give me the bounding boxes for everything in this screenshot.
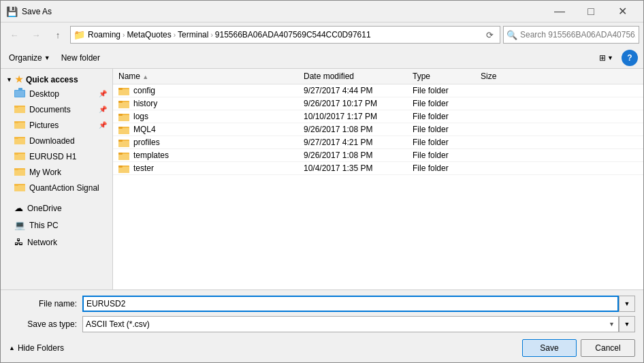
forward-button[interactable]: → [27,26,46,44]
view-chevron-icon: ▼ [607,54,613,61]
table-row[interactable]: tester 10/4/2017 1:35 PM File folder [113,162,643,175]
file-date-cell: 9/26/2017 1:08 PM [304,151,413,160]
sidebar-item-desktop[interactable]: Desktop 📌 [1,86,112,101]
col-header-type[interactable]: Type [413,72,481,81]
file-type-cell: File folder [413,86,481,95]
file-date-cell: 10/4/2017 1:35 PM [304,163,413,173]
file-date-cell: 10/10/2017 1:17 PM [304,112,413,121]
search-box[interactable]: 🔍 [503,26,639,44]
desktop-folder-icon [14,88,25,99]
cancel-button[interactable]: Cancel [581,339,635,357]
svg-rect-28 [118,115,129,121]
network-icon: 🖧 [14,237,23,247]
refresh-button[interactable]: ⟳ [482,27,497,42]
file-date-cell: 9/27/2017 4:44 PM [304,86,413,95]
sidebar-item-onedrive[interactable]: ☁ OneDrive [1,201,112,215]
savetype-select-wrapper: ASCII Text (*.csv) [82,316,619,332]
address-parts: Roaming › MetaQuotes › Terminal › 915566… [88,30,479,40]
sidebar-item-documents[interactable]: Documents 📌 [1,101,112,117]
back-button[interactable]: ← [5,26,24,44]
svg-rect-20 [14,184,18,186]
folder-icon [118,163,129,173]
file-name-text: logs [133,112,148,121]
svg-rect-23 [118,88,123,90]
downloaded-folder-icon [14,135,25,146]
filename-dropdown-arrow[interactable]: ▼ [619,296,635,312]
svg-rect-26 [118,101,123,103]
file-name-text: history [133,99,157,108]
minimize-button[interactable]: — [544,1,575,22]
file-type-cell: File folder [413,163,481,173]
close-button[interactable]: ✕ [607,1,638,22]
addr-chevron-3: › [208,31,214,39]
savetype-select[interactable]: ASCII Text (*.csv) [82,316,619,332]
hide-folders-button[interactable]: ▲ Hide Folders [9,343,64,353]
file-name-cell: MQL4 [113,125,304,134]
sort-asc-icon: ▲ [142,74,148,80]
pictures-folder-icon [14,119,25,131]
table-row[interactable]: MQL4 9/26/2017 1:08 PM File folder [113,123,643,136]
action-row: ▲ Hide Folders Save Cancel [9,336,635,357]
sidebar-item-my-work-label: My Work [29,168,61,177]
quantaction-folder-icon [14,182,25,193]
col-date-label: Date modified [304,72,354,81]
table-row[interactable]: logs 10/10/2017 1:17 PM File folder [113,110,643,123]
organize-button[interactable]: Organize ▼ [6,50,53,66]
sidebar-item-thispc[interactable]: 💻 This PC [1,218,112,232]
addr-chevron-2: › [172,31,178,39]
sidebar-item-my-work[interactable]: My Work [1,164,112,180]
maximize-button[interactable]: □ [575,1,607,22]
sidebar-item-eurusd[interactable]: EURUSD H1 [1,148,112,164]
save-button[interactable]: Save [522,339,577,357]
col-header-name[interactable]: Name ▲ [113,72,304,81]
svg-rect-14 [14,153,18,155]
svg-rect-17 [14,168,18,170]
table-row[interactable]: templates 9/26/2017 1:08 PM File folder [113,149,643,162]
file-date-cell: 9/26/2017 1:08 PM [304,125,413,134]
sidebar-item-network[interactable]: 🖧 Network [1,235,112,249]
table-row[interactable]: profiles 9/27/2017 4:21 PM File folder [113,136,643,149]
table-row[interactable]: config 9/27/2017 4:44 PM File folder [113,84,643,97]
file-area: Name ▲ Date modified Type Size [113,69,643,289]
sidebar-section-quick-access[interactable]: ▼ ★ Quick access [1,72,112,86]
sidebar-item-pictures[interactable]: Pictures 📌 [1,117,112,133]
sidebar-item-thispc-label: This PC [29,221,59,230]
sidebar-item-quantaction[interactable]: QuantAction Signal [1,180,112,195]
filename-input[interactable] [82,296,619,312]
up-button[interactable]: ↑ [48,26,67,44]
quick-access-star-icon: ★ [15,74,23,84]
addr-id: 915566BA06ADA407569C544CC0D97611 [215,30,371,40]
view-button[interactable]: ⊞ ▼ [596,50,616,66]
help-button[interactable]: ? [622,50,638,66]
new-folder-button[interactable]: New folder [59,50,103,66]
file-name-cell: logs [113,112,304,121]
hide-folders-label: Hide Folders [18,343,64,353]
svg-rect-11 [14,137,18,139]
savetype-row: Save as type: ASCII Text (*.csv) ▼ [9,316,635,332]
addr-terminal: Terminal [178,30,208,40]
chevron-up-icon: ▲ [9,345,15,351]
savetype-dropdown-arrow[interactable]: ▼ [619,316,635,332]
file-type-cell: File folder [413,151,481,160]
col-header-size[interactable]: Size [481,72,535,81]
view-icon: ⊞ [599,53,606,63]
documents-folder-icon [14,104,25,115]
window-title: Save As [22,7,544,16]
col-header-date[interactable]: Date modified [304,72,413,81]
table-row[interactable]: history 9/26/2017 10:17 PM File folder [113,97,643,110]
eurusd-folder-icon [14,151,25,162]
search-input[interactable] [520,30,636,40]
search-icon: 🔍 [506,30,517,40]
thispc-icon: 💻 [14,220,25,230]
svg-rect-37 [118,154,129,160]
file-rows: config 9/27/2017 4:44 PM File folder his… [113,84,643,175]
file-name-text: tester [133,163,154,173]
file-name-cell: templates [113,151,304,160]
file-name-text: profiles [133,138,160,147]
svg-rect-8 [14,121,18,123]
quick-access-label: Quick access [26,75,78,84]
address-bar[interactable]: 📁 Roaming › MetaQuotes › Terminal › 9155… [70,26,500,44]
pin-icon-pics: 📌 [99,121,107,129]
col-name-label: Name [118,72,140,81]
sidebar-item-downloaded[interactable]: Downloaded [1,133,112,148]
